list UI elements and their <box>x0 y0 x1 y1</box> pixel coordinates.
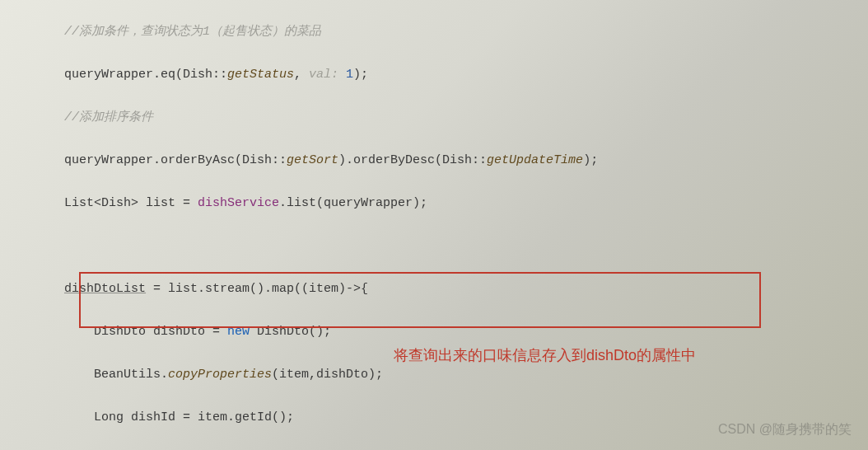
field: dishService <box>198 196 279 210</box>
code: List<Dish> list = <box>64 196 198 210</box>
code: Long dishId = item.getId(); <box>94 410 294 424</box>
hint: val: <box>309 68 346 82</box>
static-method: copyProperties <box>168 368 272 382</box>
literal: 1 <box>346 68 353 82</box>
method-ref: getStatus <box>227 68 294 82</box>
variable: dishDtoList <box>64 282 146 296</box>
watermark: CSDN @随身携带的笑 <box>718 419 852 440</box>
method-ref: getUpdateTime <box>487 153 583 167</box>
keyword: new <box>227 325 250 339</box>
annotation-text: 将查询出来的口味信息存入到dishDto的属性中 <box>394 345 696 366</box>
code: DishDto dishDto = <box>94 325 227 339</box>
code: queryWrapper.eq(Dish:: <box>64 68 227 82</box>
code: BeanUtils. <box>94 368 168 382</box>
code: queryWrapper.orderByAsc(Dish:: <box>64 153 287 167</box>
comment-line: //添加条件，查询状态为1（起售状态）的菜品 <box>64 25 321 39</box>
comment-line: //添加排序条件 <box>64 110 153 124</box>
method-ref: getSort <box>287 153 338 167</box>
code-block: //添加条件，查询状态为1（起售状态）的菜品 queryWrapper.eq(D… <box>0 0 868 450</box>
